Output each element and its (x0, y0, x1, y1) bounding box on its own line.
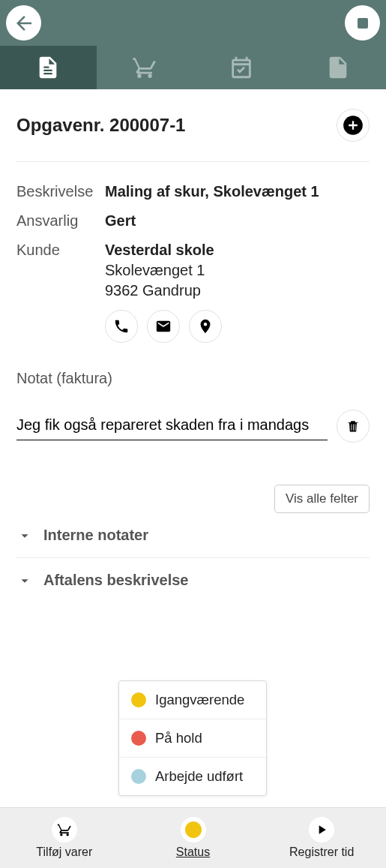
show-all-fields-button[interactable]: Vis alle felter (274, 485, 370, 513)
footer-icon-wrap (52, 817, 77, 842)
play-icon (314, 822, 329, 837)
customer-name: Vesterdal skole (105, 242, 222, 259)
footer-icon-wrap (181, 817, 206, 842)
main-content: Opgavenr. 200007-1 Beskrivelse Maling af… (0, 89, 386, 602)
status-option-done[interactable]: Arbejde udført (119, 758, 266, 795)
note-input[interactable] (16, 412, 328, 440)
footer-status[interactable]: Status (129, 808, 258, 868)
footer: Tilføj varer Status Registrer tid (0, 807, 386, 868)
back-button[interactable] (6, 5, 41, 41)
details: Beskrivelse Maling af skur, Skolevænget … (16, 162, 370, 343)
stop-button[interactable] (345, 5, 380, 41)
status-dot-icon (131, 692, 146, 707)
tab-bar (0, 46, 386, 89)
tab-cart[interactable] (97, 46, 193, 89)
file-icon (325, 55, 351, 80)
title-row: Opgavenr. 200007-1 (16, 109, 370, 162)
arrow-left-icon (13, 12, 35, 35)
row-description: Beskrivelse Maling af skur, Skolevænget … (16, 183, 370, 200)
svg-rect-0 (358, 18, 368, 29)
calendar-check-icon (229, 55, 254, 80)
status-option-on-hold[interactable]: På hold (119, 719, 266, 758)
show-all-row: Vis alle felter (16, 485, 370, 513)
topbar (0, 0, 386, 46)
tab-files[interactable] (289, 46, 386, 89)
status-option-label: Arbejde udført (155, 768, 243, 785)
status-dot-icon (185, 821, 202, 838)
trash-icon (346, 419, 361, 434)
collapsible-label: Interne notater (43, 527, 148, 544)
value-customer: Vesterdal skole Skolevænget 1 9362 Gandr… (105, 242, 222, 343)
customer-addr2: 9362 Gandrup (105, 282, 222, 299)
value-description: Maling af skur, Skolevænget 1 (105, 183, 319, 200)
cart-icon (132, 55, 157, 80)
value-responsible: Gert (105, 212, 136, 229)
stop-icon (354, 14, 372, 32)
contact-icons (105, 310, 222, 343)
row-customer: Kunde Vesterdal skole Skolevænget 1 9362… (16, 242, 370, 343)
email-icon (155, 318, 172, 335)
tab-details[interactable] (0, 46, 97, 89)
collapsible-internal-notes[interactable]: Interne notater (16, 513, 370, 558)
footer-label: Status (176, 845, 210, 859)
phone-button[interactable] (105, 310, 138, 343)
status-dot-icon (131, 731, 146, 746)
footer-icon-wrap (309, 817, 334, 842)
collapsible-agreement-description[interactable]: Aftalens beskrivelse (16, 558, 370, 602)
chevron-down-icon (16, 572, 33, 589)
location-button[interactable] (189, 310, 222, 343)
status-option-label: Igangværende (155, 692, 244, 708)
label-customer: Kunde (16, 242, 105, 343)
footer-add-items[interactable]: Tilføj varer (0, 808, 129, 868)
status-popup: Igangværende På hold Arbejde udført (118, 680, 267, 796)
customer-addr1: Skolevænget 1 (105, 262, 222, 279)
status-option-in-progress[interactable]: Igangværende (119, 681, 266, 719)
delete-note-button[interactable] (337, 410, 370, 443)
plus-circle-icon (343, 115, 364, 136)
note-row (16, 410, 370, 443)
add-button[interactable] (337, 109, 370, 142)
collapsible-label: Aftalens beskrivelse (43, 572, 188, 589)
footer-register-time[interactable]: Registrer tid (257, 808, 386, 868)
footer-label: Tilføj varer (36, 845, 92, 859)
status-dot-icon (131, 769, 146, 784)
phone-icon (113, 318, 130, 335)
task-title: Opgavenr. 200007-1 (16, 115, 185, 136)
label-responsible: Ansvarlig (16, 212, 105, 230)
label-description: Beskrivelse (16, 183, 105, 200)
footer-label: Registrer tid (289, 845, 354, 859)
chevron-down-icon (16, 527, 33, 544)
cart-icon (57, 822, 72, 837)
location-icon (197, 318, 214, 335)
tab-schedule[interactable] (193, 46, 290, 89)
row-responsible: Ansvarlig Gert (16, 212, 370, 230)
email-button[interactable] (147, 310, 180, 343)
status-option-label: På hold (155, 730, 202, 746)
document-icon (35, 55, 61, 80)
note-header: Notat (faktura) (16, 370, 370, 387)
